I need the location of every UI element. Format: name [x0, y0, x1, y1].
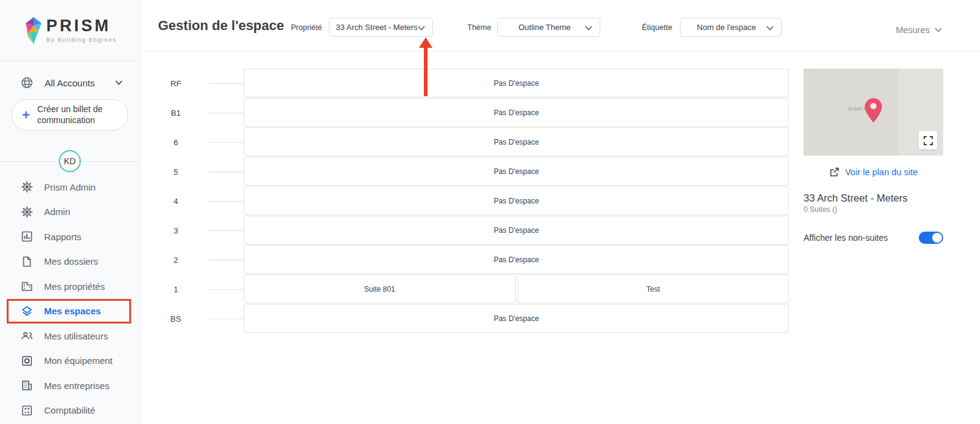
floor-row-3: 3 Pas D'espace: [244, 216, 789, 244]
chevron-down-icon: [585, 26, 592, 31]
create-ticket-label: Créer un billet de communication: [37, 104, 119, 126]
floor-tick: [208, 230, 243, 231]
floor-row-rf: RF Pas D'espace: [244, 69, 789, 97]
fullscreen-button[interactable]: [919, 131, 937, 150]
space-box[interactable]: Pas D'espace: [244, 216, 789, 244]
gear-icon: [21, 206, 33, 218]
sidebar-item-rapports[interactable]: Rapports: [0, 224, 140, 249]
floor-row-6: 6 Pas D'espace: [244, 127, 789, 156]
chevron-down-icon: [766, 26, 774, 31]
prism-logo-icon: [23, 17, 44, 45]
floor-label: RF: [151, 78, 200, 88]
theme-label: Thème: [467, 23, 491, 32]
space-box[interactable]: Pas D'espace: [244, 304, 789, 333]
site-plan-link-label: Voir le plan du site: [845, 167, 918, 177]
sidebar-divider: KD: [0, 150, 140, 173]
floor-row-b1: B1 Pas D'espace: [244, 98, 789, 127]
chevron-down-icon: [115, 80, 123, 85]
account-switcher[interactable]: All Accounts: [21, 74, 140, 92]
space-box[interactable]: Pas D'espace: [244, 186, 789, 215]
map-pin-icon: [865, 98, 882, 123]
tag-label: Étiquette: [642, 23, 672, 32]
floor-row-4: 4 Pas D'espace: [244, 186, 789, 215]
space-box[interactable]: Pas D'espace: [244, 245, 789, 274]
sidebar-item-admin[interactable]: Admin: [0, 200, 140, 225]
space-box[interactable]: Pas D'espace: [244, 98, 789, 127]
plus-icon: +: [22, 108, 30, 122]
space-box-test[interactable]: Test: [518, 274, 790, 303]
floor-row-1: 1 Suite 801 Test: [244, 274, 789, 303]
sidebar-item-prism-admin[interactable]: Prism Admin: [0, 175, 140, 200]
floor-tick: [208, 83, 243, 84]
property-select-value: 33 Arch Street - Meters: [336, 23, 426, 32]
floor-row-bs: BS Pas D'espace: [244, 304, 789, 333]
floor-label: 5: [151, 167, 200, 176]
sidebar-item-mes-dossiers[interactable]: Mes dossiers: [0, 249, 140, 274]
sidebar-item-mes-entreprises[interactable]: Mes entreprises: [0, 373, 140, 398]
floor-label: 4: [151, 196, 200, 205]
sidebar-item-mon-equipement[interactable]: Mon équipement: [0, 349, 140, 374]
non-suites-toggle[interactable]: [919, 232, 943, 244]
floor-label: 3: [151, 225, 200, 235]
sidebar: PRISM By Building Engines All Accounts +…: [0, 0, 140, 424]
floor-tick: [208, 260, 243, 260]
sidebar-item-mes-espaces[interactable]: Mes espaces: [7, 299, 131, 324]
globe-icon: [21, 77, 33, 89]
chevron-down-icon: [935, 28, 942, 32]
sidebar-item-mes-proprietes[interactable]: Mes propriétés: [0, 274, 140, 299]
brand-tagline: By Building Engines: [47, 36, 117, 43]
floor-label: B1: [151, 108, 200, 117]
floor-row-2: 2 Pas D'espace: [244, 245, 789, 274]
floor-label: 6: [151, 137, 200, 146]
property-label: Propriété: [291, 23, 322, 32]
account-switcher-label: All Accounts: [45, 78, 95, 88]
sidebar-nav: Prism Admin Admin: [0, 175, 140, 423]
external-link-icon: [829, 167, 839, 177]
measures-dropdown[interactable]: Mesures: [895, 25, 942, 35]
office-icon: [21, 379, 33, 392]
file-icon: [21, 256, 33, 268]
floor-label: BS: [151, 314, 200, 323]
floor-tick: [208, 113, 243, 113]
measures-label: Mesures: [895, 25, 930, 35]
people-icon: [21, 330, 33, 342]
space-box-suite-801[interactable]: Suite 801: [244, 274, 516, 303]
site-plan-link[interactable]: Voir le plan du site: [804, 167, 943, 177]
floor-tick: [208, 201, 243, 202]
layers-icon: [21, 305, 33, 317]
space-box[interactable]: Pas D'espace: [244, 127, 789, 156]
brand-name: PRISM: [47, 18, 117, 34]
floor-tick: [208, 172, 243, 172]
tag-select-value: Nom de l'espace: [697, 23, 764, 32]
property-name: 33 Arch Street - Meters: [804, 192, 943, 204]
sidebar-item-comptabilite[interactable]: Comptabilité: [0, 398, 140, 423]
suites-summary: 0 Suites (): [804, 205, 943, 214]
theme-select-value: Outline Theme: [518, 23, 579, 32]
non-suites-toggle-row: Afficher les non-suites: [804, 232, 943, 244]
theme-select[interactable]: Outline Theme: [497, 18, 600, 37]
floor-row-5: 5 Pas D'espace: [244, 157, 789, 186]
floor-tick: [208, 289, 243, 290]
space-box[interactable]: Pas D'espace: [244, 157, 789, 186]
avatar[interactable]: KD: [59, 150, 81, 172]
floor-label: 2: [151, 255, 200, 264]
toggle-knob: [932, 233, 942, 243]
prism-logo[interactable]: PRISM By Building Engines: [0, 0, 140, 61]
non-suites-toggle-label: Afficher les non-suites: [804, 233, 888, 243]
bar-chart-icon: [21, 230, 33, 243]
page-title: Gestion de l'espace: [158, 18, 284, 34]
floor-label: 1: [151, 284, 200, 293]
property-select[interactable]: 33 Arch Street - Meters: [329, 18, 433, 37]
floor-tick: [208, 142, 243, 143]
sidebar-item-mes-utilisateurs[interactable]: Mes utilisateurs: [0, 324, 140, 349]
calculator-icon: [21, 404, 33, 417]
tag-select[interactable]: Nom de l'espace: [680, 18, 782, 37]
floor-plan: RF Pas D'espace B1 Pas D'espace 6 Pas D'…: [244, 69, 789, 333]
create-ticket-button[interactable]: + Créer un billet de communication: [12, 99, 128, 131]
chevron-down-icon: [418, 26, 425, 31]
mini-map[interactable]: 33 Arch Street: [804, 69, 943, 156]
page-header: Gestion de l'espace Propriété 33 Arch St…: [141, 0, 980, 51]
equipment-icon: [21, 355, 33, 367]
space-box[interactable]: Pas D'espace: [244, 69, 789, 97]
gear-icon: [21, 181, 33, 193]
